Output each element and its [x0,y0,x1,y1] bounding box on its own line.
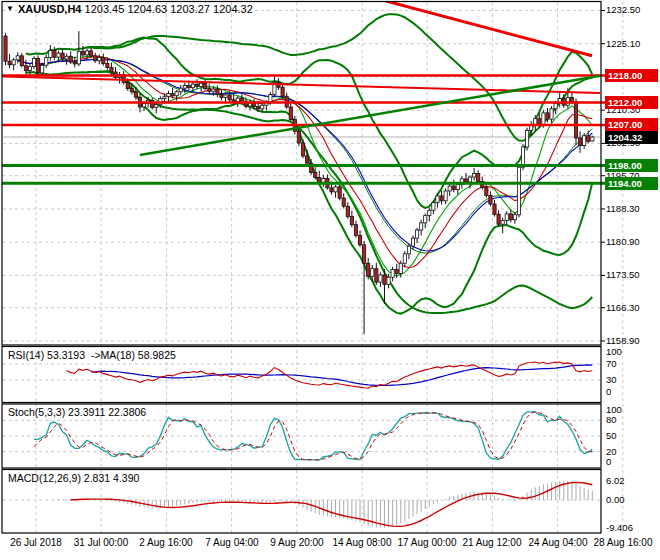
stoch-scale-tick: 50 [606,431,658,441]
ohlc-open: 1203.45 [85,3,125,15]
stoch-label: Stoch(5,3,3) 23.3911 22.3806 [8,406,146,418]
price-level-badge: 1194.00 [605,177,658,190]
rsi-scale-tick: 0 [606,387,658,397]
rsi-scale-tick: 100 [606,347,658,357]
ohlc-high: 1204.63 [127,3,167,15]
price-tick: 1225.10 [606,39,658,49]
ohlc-low: 1203.27 [170,3,210,15]
chart-dropdown-arrow-icon[interactable]: ▼ [6,4,14,13]
price-level-badge: 1212.00 [605,96,658,109]
time-axis-label: 28 Aug 16:00 [581,537,660,548]
current-price-badge: 1204.32 [605,131,658,144]
macd-label: MACD(12,26,9) 2.831 4.390 [8,472,139,484]
chart-window: ▼XAUUSD,H4 1203.45 1204.63 1203.27 1204.… [0,0,660,560]
stoch-scale-tick: 0 [606,457,658,467]
price-level-badge: 1207.00 [605,118,658,131]
price-tick: 1180.90 [606,237,658,247]
rsi-scale-tick: 30 [606,375,658,385]
price-tick: 1158.90 [606,336,658,346]
price-tick: 1166.30 [606,303,658,313]
rsi-scale-tick: 70 [606,359,658,369]
price-level-badge: 1198.00 [605,159,658,172]
chart-title: XAUUSD,H4 [18,3,82,15]
price-tick: 1188.30 [606,204,658,214]
macd-scale-tick: 0.00 [606,495,658,505]
rsi-label: RSI(14) 53.3193 ->MA(18) 58.9825 [8,349,176,361]
price-tick: 1173.50 [606,270,658,280]
chart-header: ▼XAUUSD,H4 1203.45 1204.63 1203.27 1204.… [6,3,253,15]
stoch-scale-tick: 80 [606,415,658,425]
ohlc-close: 1204.32 [213,3,253,15]
macd-scale-tick: -9.406 [606,523,658,533]
price-level-badge: 1218.00 [605,69,658,82]
stoch-scale-tick: 20 [606,447,658,457]
macd-scale-tick: 6.02 [606,476,658,486]
price-tick: 1232.50 [606,5,658,15]
macd-histogram [3,481,600,528]
